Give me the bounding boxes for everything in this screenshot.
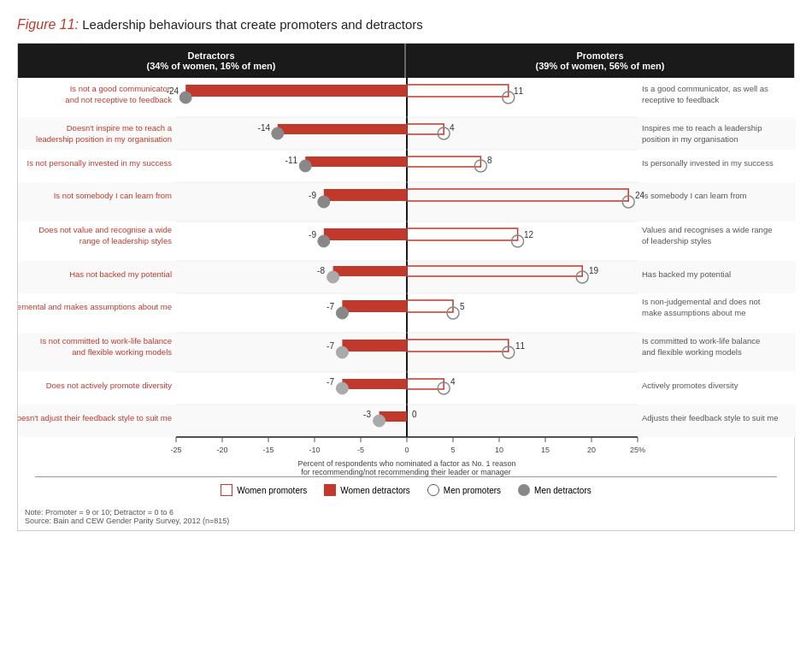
svg-text:15: 15 [541,446,550,454]
chart-header: Detractors (34% of women, 16% of men) Pr… [18,44,794,78]
svg-text:-9: -9 [309,191,316,200]
svg-text:-5: -5 [357,446,364,454]
svg-text:-7: -7 [327,341,334,351]
svg-text:19: 19 [589,266,599,275]
svg-rect-33 [305,157,407,167]
promoters-sub: (39% of women, 56% of men) [536,61,665,71]
svg-text:Is non-judgemental and does no: Is non-judgemental and does not [642,297,761,306]
svg-rect-71 [342,300,407,312]
svg-text:0: 0 [412,410,417,419]
svg-text:5: 5 [460,302,465,311]
axis-note-line2: for recommending/not recommending their … [18,468,794,476]
svg-text:Is judgemental and makes assum: Is judgemental and makes assumptions abo… [18,302,172,311]
svg-text:position in my organisation: position in my organisation [642,134,738,144]
detractors-header: Detractors (34% of women, 16% of men) [18,44,406,78]
svg-text:Doesn't adjust their feedback : Doesn't adjust their feedback style to s… [18,413,172,422]
svg-point-23 [272,127,284,139]
women-promoters-label: Women promoters [237,486,307,495]
svg-text:10: 10 [495,446,503,454]
svg-text:leadership position in my orga: leadership position in my organisation [36,134,172,144]
promoters-header: Promoters (39% of women, 56% of men) [406,44,794,78]
chart-legend: Women promoters Women detractors Men pro… [35,476,777,503]
svg-text:Is not committed to work-life : Is not committed to work-life balance [40,336,172,346]
svg-text:Is a good communicator, as wel: Is a good communicator, as well as [642,84,768,93]
svg-text:12: 12 [524,230,534,239]
figure-title: Figure 11: Leadership behaviours that cr… [17,17,795,32]
svg-text:of leadership styles: of leadership styles [642,236,712,245]
svg-text:-9: -9 [309,230,316,239]
svg-text:Is not personally invested in : Is not personally invested in my success [27,158,173,168]
figure-label: Figure 11: [17,17,79,32]
svg-text:4: 4 [450,123,455,133]
svg-text:Doesn't inspire me to reach a: Doesn't inspire me to reach a [67,123,173,133]
svg-text:and flexible working models: and flexible working models [72,347,172,357]
svg-point-63 [327,271,339,283]
full-chart: -24 11 Is not a good communicator, and n… [18,78,794,476]
svg-point-93 [336,382,348,394]
svg-text:Does not value and recognise a: Does not value and recognise a wide [38,225,172,234]
legend-men-promoters: Men promoters [427,484,501,496]
svg-text:range of leadership styles: range of leadership styles [79,236,173,245]
svg-text:Adjusts their feedback style t: Adjusts their feedback style to suit me [642,413,778,422]
chart-container: Detractors (34% of women, 16% of men) Pr… [17,43,795,531]
svg-text:Inspires me to reach a leaders: Inspires me to reach a leadership [642,123,762,133]
men-promoters-label: Men promoters [444,486,501,495]
svg-text:receptive to feedback: receptive to feedback [642,95,720,104]
svg-text:Actively promotes diversity: Actively promotes diversity [642,381,738,390]
men-promoters-icon [427,484,439,496]
svg-text:and not receptive to feedback: and not receptive to feedback [65,95,172,104]
detractors-sub: (34% of women, 16% of men) [147,61,276,71]
svg-point-52 [318,235,330,247]
svg-text:20: 20 [587,446,596,454]
svg-text:-3: -3 [363,410,371,419]
svg-text:-20: -20 [216,446,227,454]
svg-text:-10: -10 [309,446,320,454]
svg-text:0: 0 [404,446,409,454]
svg-text:-7: -7 [327,377,334,387]
chart-note: Note: Promoter = 9 or 10; Detractor = 0 … [18,503,794,530]
svg-text:11: 11 [515,341,526,351]
men-detractors-icon [518,484,530,496]
svg-text:make assumptions about me: make assumptions about me [642,308,745,317]
legend-men-detractors: Men detractors [518,484,591,496]
svg-text:25%: 25% [630,446,645,454]
note-line2: Source: Bain and CEW Gender Parity Surve… [25,517,787,525]
svg-text:Values and recognises a wide r: Values and recognises a wide range [642,225,772,234]
svg-text:8: 8 [487,156,492,165]
legend-women-detractors: Women detractors [324,484,410,496]
svg-rect-42 [324,189,407,201]
svg-point-72 [336,307,348,319]
svg-text:4: 4 [450,377,456,387]
svg-text:Does not actively promote dive: Does not actively promote diversity [46,381,173,390]
svg-text:Percent of respondents who nom: Percent of respondents who nominated a f… [297,459,515,468]
svg-text:Has backed my potential: Has backed my potential [642,269,731,279]
svg-text:11: 11 [514,86,524,96]
svg-text:Is personally invested in my s: Is personally invested in my success [642,158,774,168]
svg-text:-8: -8 [317,266,325,275]
svg-text:-15: -15 [262,446,274,454]
svg-point-12 [179,92,191,103]
promoters-label: Promoters [576,50,623,61]
note-line1: Note: Promoter = 9 or 10; Detractor = 0 … [25,508,787,517]
svg-point-34 [299,160,311,172]
svg-text:-7: -7 [327,302,334,311]
svg-rect-11 [185,85,407,97]
svg-rect-22 [278,124,407,134]
svg-point-82 [336,346,348,358]
svg-text:-14: -14 [258,123,271,133]
svg-text:Is not somebody I can learn fr: Is not somebody I can learn from [54,191,172,200]
detractors-label: Detractors [187,50,234,61]
svg-rect-92 [342,379,407,389]
women-detractors-icon [324,484,336,496]
svg-rect-51 [324,228,407,240]
svg-text:Is somebody I can learn from: Is somebody I can learn from [642,191,747,200]
legend-women-promoters: Women promoters [221,484,307,496]
svg-rect-62 [333,266,407,276]
chart-svg: -24 11 Is not a good communicator, and n… [18,78,796,471]
title-text: Leadership behaviours that create promot… [82,17,423,32]
svg-text:5: 5 [450,446,455,454]
svg-text:Is committed to work-life bala: Is committed to work-life balance [642,336,760,346]
svg-point-102 [374,415,385,427]
svg-text:-25: -25 [170,446,181,454]
svg-text:and flexible working models: and flexible working models [642,347,742,357]
